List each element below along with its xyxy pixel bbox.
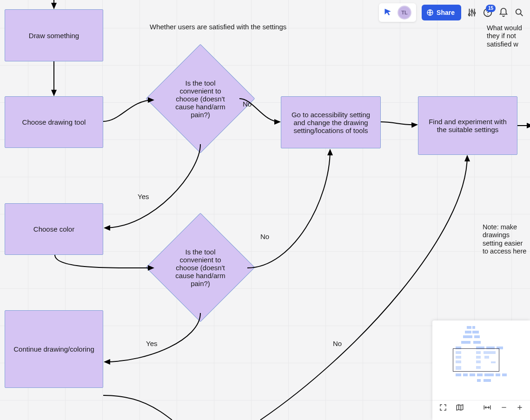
decision-label: Is the tool convenient to choose (doesn'… bbox=[162, 60, 239, 137]
node-draw-something[interactable]: Draw something bbox=[5, 9, 103, 61]
node-find-settings[interactable]: Find and experiment with the suitable se… bbox=[418, 96, 517, 155]
svg-point-6 bbox=[516, 9, 521, 14]
node-label: Go to accessibility setting and change t… bbox=[288, 111, 374, 134]
node-label: Draw something bbox=[29, 32, 79, 40]
edge-label-no3: No bbox=[333, 340, 342, 347]
minimap-controls bbox=[432, 400, 530, 416]
edge-label-yes1: Yes bbox=[138, 193, 149, 200]
cursor-icon[interactable] bbox=[384, 8, 393, 17]
node-choose-tool[interactable]: Choose drawing tool bbox=[5, 96, 103, 148]
notifications-icon[interactable] bbox=[498, 7, 509, 18]
top-toolbar: TL Share 15 bbox=[379, 3, 524, 22]
edge-label-no2: No bbox=[260, 233, 269, 240]
annotation-not-satisfied: What would they if not satisfied w bbox=[487, 24, 530, 48]
decision-tool-2[interactable]: Is the tool convenient to choose (doesn'… bbox=[162, 229, 239, 306]
node-label: Choose drawing tool bbox=[22, 118, 86, 126]
node-continue-drawing[interactable]: Continue drawing/coloring bbox=[5, 310, 103, 388]
share-label: Share bbox=[437, 9, 455, 16]
annotation-note: Note: make drawings setting easier to ac… bbox=[483, 223, 529, 256]
svg-point-3 bbox=[474, 12, 476, 14]
edge-label-yes2: Yes bbox=[146, 340, 157, 347]
avatar[interactable]: TL bbox=[398, 6, 411, 20]
node-goto-accessibility[interactable]: Go to accessibility setting and change t… bbox=[281, 96, 381, 148]
svg-point-2 bbox=[471, 10, 473, 12]
help-badge: 15 bbox=[486, 5, 496, 12]
node-choose-color[interactable]: Choose color bbox=[5, 203, 103, 255]
annotation-satisfied: Whether users are satisfied with the set… bbox=[150, 23, 286, 31]
zoom-out-icon[interactable] bbox=[500, 404, 508, 413]
node-label: Find and experiment with the suitable se… bbox=[425, 118, 510, 133]
minimap-viewport[interactable] bbox=[453, 348, 499, 372]
edge-label-no1: No bbox=[243, 100, 252, 108]
share-button[interactable]: Share bbox=[422, 5, 461, 20]
search-icon[interactable] bbox=[514, 7, 524, 18]
node-label: Choose color bbox=[33, 225, 74, 233]
settings-sliders-icon[interactable] bbox=[467, 7, 477, 18]
svg-point-5 bbox=[487, 14, 488, 15]
decision-tool-1[interactable]: Is the tool convenient to choose (doesn'… bbox=[162, 60, 239, 137]
map-icon[interactable] bbox=[456, 403, 464, 413]
decision-label: Is the tool convenient to choose (doesn'… bbox=[162, 229, 239, 306]
fit-width-icon[interactable] bbox=[483, 403, 492, 413]
minimap-view[interactable] bbox=[437, 325, 525, 397]
fullscreen-icon[interactable] bbox=[439, 403, 447, 413]
minimap-panel[interactable] bbox=[432, 320, 530, 420]
svg-point-1 bbox=[469, 14, 470, 16]
help-icon[interactable]: 15 bbox=[483, 7, 493, 18]
zoom-in-icon[interactable] bbox=[516, 404, 523, 413]
presence-pill: TL bbox=[379, 3, 416, 22]
node-label: Continue drawing/coloring bbox=[13, 345, 94, 353]
